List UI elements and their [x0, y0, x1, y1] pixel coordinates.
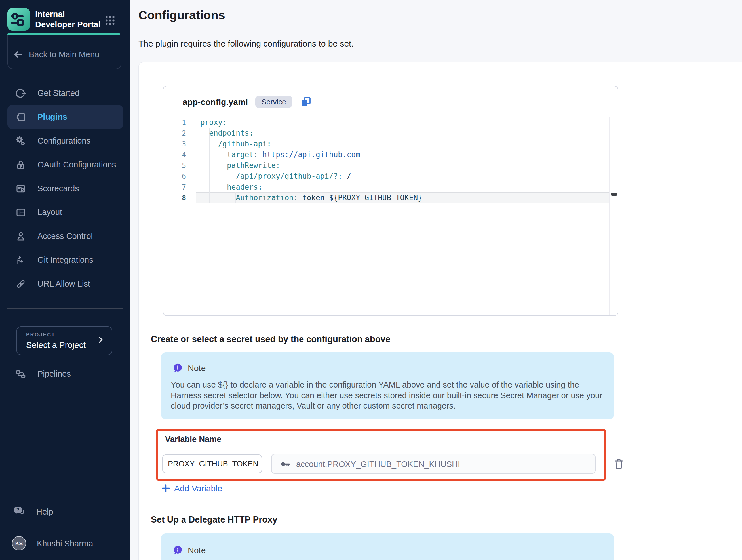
sidebar-item-label: Configurations — [38, 136, 91, 145]
help-label: Help — [36, 507, 53, 516]
code-line[interactable]: 8 Authorization: token ${PROXY_GITHUB_TO… — [163, 192, 618, 203]
code-segment: Authorization: — [236, 194, 298, 202]
git-integrations-icon — [14, 254, 26, 266]
layout-icon — [14, 206, 26, 218]
code-line[interactable]: 3 /github-api: — [163, 139, 618, 149]
code-segment: token ${PROXY_GITHUB_TOKEN} — [302, 194, 422, 202]
project-value: Select a Project — [26, 340, 86, 350]
user-menu[interactable]: KS Khushi Sharma — [12, 536, 93, 550]
sidebar-item-access-control[interactable]: Access Control — [7, 224, 123, 248]
plugins-icon — [14, 111, 26, 123]
sidebar-item-label: Scorecards — [38, 184, 79, 193]
code-segment — [200, 150, 227, 159]
code-line[interactable]: 7 headers: — [163, 182, 618, 192]
secret-selector[interactable]: account.PROXY_GITHUB_TOKEN_KHUSHI — [271, 454, 596, 474]
code-segment — [200, 194, 236, 202]
code-segment — [200, 183, 227, 191]
code-segment — [200, 140, 218, 148]
arrow-left-icon — [12, 49, 24, 60]
sidebar-footer-divider — [0, 491, 130, 491]
sidebar-item-plugins[interactable]: Plugins — [7, 105, 123, 129]
note-title: Note — [188, 363, 206, 373]
editor-scrollbar-track[interactable] — [609, 117, 618, 315]
code-line[interactable]: 5 pathRewrite: — [163, 160, 618, 171]
page-title: Configurations — [139, 8, 225, 23]
variable-name-label: Variable Name — [165, 435, 221, 444]
app-title: Internal Developer Portal — [35, 9, 101, 30]
sidebar-item-url-allow-list[interactable]: URL Allow List — [7, 272, 123, 296]
note-body: You can use ${} to declare a variable in… — [171, 379, 603, 411]
oauth-icon — [14, 158, 26, 171]
code-line[interactable]: 2 endpoints: — [163, 128, 618, 139]
sidebar-item-label: Layout — [38, 208, 62, 217]
plus-icon — [162, 484, 170, 493]
trash-icon[interactable] — [614, 458, 624, 470]
sidebar-item-oauth-configurations[interactable]: OAuth Configurations — [7, 153, 123, 176]
code-line[interactable]: 4 target: https://api.github.com — [163, 149, 618, 160]
sidebar-item-git-integrations[interactable]: Git Integrations — [7, 248, 123, 272]
code-segment: /github-api: — [218, 140, 271, 148]
back-to-main-menu[interactable]: Back to Main Menu — [12, 49, 99, 60]
code-segment: / — [342, 172, 351, 181]
sidebar-item-label: Get Started — [38, 89, 80, 98]
code-line[interactable]: 6 /api/proxy/github-api/?: / — [163, 171, 618, 182]
variable-name-input[interactable]: PROXY_GITHUB_TOKEN — [162, 454, 262, 473]
service-badge: Service — [255, 96, 293, 107]
info-icon — [172, 545, 183, 555]
url-allow-list-icon — [14, 277, 26, 290]
sidebar-item-label: Plugins — [38, 112, 67, 121]
sidebar-item-label: OAuth Configurations — [38, 160, 116, 169]
line-number: 2 — [163, 129, 186, 137]
svg-text:?: ? — [16, 507, 19, 513]
sidebar-item-layout[interactable]: Layout — [7, 200, 123, 224]
line-number: 6 — [163, 172, 186, 181]
code-line[interactable]: 1proxy: — [163, 117, 618, 128]
code-link[interactable]: https://api.github.com — [262, 150, 360, 159]
sidebar: Internal Developer Portal Back to Main M… — [0, 0, 130, 560]
user-name: Khushi Sharma — [37, 539, 93, 548]
project-selector[interactable]: PROJECT Select a Project — [16, 326, 112, 355]
line-number: 8 — [163, 194, 186, 202]
secret-section-heading: Create or select a secret used by the co… — [151, 334, 390, 344]
copy-icon[interactable] — [300, 95, 312, 108]
sidebar-divider — [7, 308, 123, 309]
secret-value: account.PROXY_GITHUB_TOKEN_KHUSHI — [296, 459, 460, 468]
help-button[interactable]: ? Help — [12, 505, 53, 518]
code-line-text: pathRewrite: — [200, 161, 280, 170]
note-title: Note — [188, 545, 206, 555]
access-control-icon — [14, 230, 26, 242]
line-number: 5 — [163, 161, 186, 170]
chevron-right-icon — [96, 335, 105, 344]
sidebar-item-pipelines[interactable]: Pipelines — [7, 362, 130, 386]
yaml-editor-card: app-config.yaml Service 1proxy:2 endpoin… — [163, 86, 618, 316]
content-card: app-config.yaml Service 1proxy:2 endpoin… — [139, 62, 742, 560]
sidebar-item-label: URL Allow List — [38, 279, 90, 288]
key-icon — [280, 458, 291, 469]
pipelines-label: Pipelines — [38, 369, 71, 378]
sidebar-item-get-started[interactable]: Get Started — [7, 81, 123, 105]
page-subtitle: The plugin requires the following config… — [139, 39, 354, 48]
sidebar-item-label: Git Integrations — [38, 255, 93, 264]
code-segment — [258, 150, 263, 159]
code-line-text: Authorization: token ${PROXY_GITHUB_TOKE… — [200, 194, 422, 202]
code-lines: 1proxy:2 endpoints:3 /github-api:4 targe… — [163, 117, 618, 203]
add-variable-label: Add Variable — [174, 483, 222, 493]
sidebar-item-configurations[interactable]: Configurations — [7, 129, 123, 153]
code-line-text: /api/proxy/github-api/?: / — [200, 172, 351, 181]
back-label: Back to Main Menu — [29, 50, 99, 59]
code-editor[interactable]: 1proxy:2 endpoints:3 /github-api:4 targe… — [163, 117, 618, 315]
info-icon — [172, 363, 183, 373]
code-segment: proxy: — [200, 118, 227, 126]
line-number: 7 — [163, 183, 186, 191]
editor-scrollbar-thumb[interactable] — [611, 193, 617, 196]
sidebar-nav: Get StartedPluginsConfigurationsOAuth Co… — [0, 81, 130, 296]
grid-icon[interactable] — [105, 15, 115, 26]
code-line-text: proxy: — [200, 118, 227, 126]
line-number: 4 — [163, 150, 186, 159]
add-variable-button[interactable]: Add Variable — [162, 483, 222, 493]
sidebar-item-scorecards[interactable]: Scorecards — [7, 176, 123, 200]
code-segment: endpoints: — [209, 129, 254, 137]
code-segment: headers: — [227, 183, 262, 191]
code-line-text: target: https://api.github.com — [200, 150, 360, 159]
code-segment — [200, 129, 209, 137]
